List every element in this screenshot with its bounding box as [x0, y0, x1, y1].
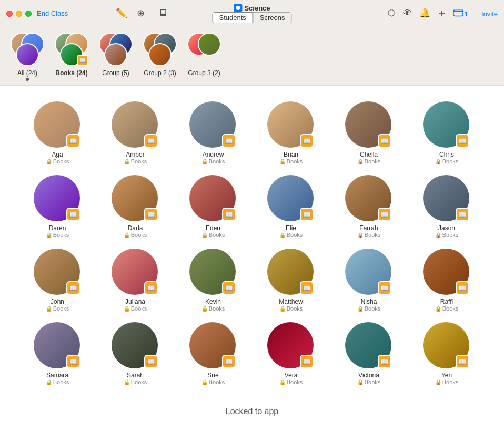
lock-icon: 🔒	[435, 159, 441, 164]
compass-icon[interactable]: ⊕	[137, 7, 147, 18]
lock-icon: 🔒	[46, 379, 52, 385]
student-app-name: Books	[131, 305, 147, 312]
lock-icon: 🔒	[46, 232, 52, 238]
student-app: 🔒 Books	[279, 158, 303, 164]
student-item-andrew[interactable]: 📖 Andrew 🔒 Books	[177, 101, 249, 164]
close-button[interactable]	[6, 11, 13, 17]
end-class-button[interactable]: End Class	[37, 9, 68, 17]
tab-screens[interactable]: Screens	[253, 12, 292, 23]
student-item-victoria[interactable]: 📖 Victoria 🔒 Books	[332, 322, 405, 385]
student-name: Jason	[438, 224, 455, 232]
student-avatar-wrap: 📖	[34, 322, 81, 369]
student-item-yen[interactable]: 📖 Yen 🔒 Books	[410, 322, 483, 385]
lock-icon: 🔒	[201, 159, 208, 164]
badge-button[interactable]: 1	[453, 9, 468, 17]
group-all-avatars	[11, 33, 44, 66]
badge-count: 1	[465, 9, 468, 17]
student-item-juliana[interactable]: 📖 Juliana 🔒 Books	[99, 249, 172, 312]
lock-icon: 🔒	[279, 379, 286, 385]
student-item-eden[interactable]: 📖 Eden 🔒 Books	[177, 175, 249, 238]
student-avatar-wrap: 📖	[112, 249, 159, 296]
student-app-name: Books	[53, 305, 69, 312]
lock-icon: 🔒	[435, 379, 441, 385]
share-icon[interactable]: ⬡	[388, 7, 396, 18]
student-item-matthew[interactable]: 📖 Matthew 🔒 Books	[255, 249, 327, 312]
student-app-name: Books	[442, 158, 459, 164]
books-badge-icon: 📖	[380, 211, 389, 219]
student-avatar-wrap: 📖	[34, 101, 81, 149]
student-item-chella[interactable]: 📖 Chella 🔒 Books	[332, 101, 405, 164]
student-item-darla[interactable]: 📖 Darla 🔒 Books	[99, 175, 172, 238]
student-item-samara[interactable]: 📖 Samara 🔒 Books	[21, 322, 94, 385]
minimize-button[interactable]	[16, 11, 22, 17]
student-name: Eden	[206, 224, 220, 232]
student-app: 🔒 Books	[435, 379, 459, 385]
monitor-icon[interactable]: 🖥	[158, 7, 168, 18]
student-books-badge: 📖	[66, 355, 80, 368]
student-avatar-wrap: 📖	[267, 101, 315, 149]
student-app-name: Books	[53, 232, 69, 238]
student-books-badge: 📖	[144, 355, 158, 368]
student-avatar-wrap: 📖	[423, 322, 470, 369]
group-3-2[interactable]: Group 3 (2)	[187, 33, 221, 77]
lock-icon: 🔒	[435, 306, 441, 312]
student-item-brian[interactable]: 📖 Brian 🔒 Books	[255, 101, 327, 164]
student-app: 🔒 Books	[357, 232, 381, 238]
books-badge-icon: 📖	[458, 211, 467, 219]
student-item-amber[interactable]: 📖 Amber 🔒 Books	[99, 101, 172, 164]
group-all[interactable]: All (24)	[11, 33, 44, 81]
lock-icon: 🔒	[46, 306, 52, 312]
pencil-ruler-icon[interactable]: ✏️	[116, 7, 126, 18]
group-3-2-label: Group 3 (2)	[188, 69, 220, 77]
student-item-farrah[interactable]: 📖 Farrah 🔒 Books	[332, 175, 405, 238]
student-item-aga[interactable]: 📖 Aga 🔒 Books	[21, 101, 94, 164]
student-name: Aga	[52, 151, 63, 158]
student-name: Vera	[285, 372, 298, 379]
student-books-badge: 📖	[300, 355, 314, 368]
group-books[interactable]: 📖 Books (24)	[55, 33, 88, 77]
student-item-nisha[interactable]: 📖 Nisha 🔒 Books	[332, 249, 405, 312]
svg-rect-1	[453, 10, 463, 16]
student-name: Juliana	[125, 298, 145, 305]
books-badge-icon: 📖	[380, 358, 389, 366]
eye-icon[interactable]: 👁	[403, 8, 412, 18]
books-badge-icon: 📖	[147, 137, 155, 145]
student-item-daren[interactable]: 📖 Daren 🔒 Books	[21, 175, 94, 238]
student-name: Elie	[286, 224, 296, 232]
student-item-sue[interactable]: 📖 Sue 🔒 Books	[177, 322, 249, 385]
student-app-name: Books	[131, 379, 147, 385]
invite-button[interactable]: Invite	[481, 9, 498, 17]
student-item-raffi[interactable]: 📖 Raffi 🔒 Books	[410, 249, 483, 312]
lock-icon: 🔒	[124, 379, 130, 385]
fullscreen-button[interactable]	[25, 11, 32, 17]
student-app-name: Books	[209, 232, 225, 238]
student-books-badge: 📖	[300, 134, 314, 148]
student-item-vera[interactable]: 📖 Vera 🔒 Books	[255, 322, 327, 385]
group-5[interactable]: Group (5)	[99, 33, 133, 77]
student-avatar-wrap: 📖	[34, 249, 81, 296]
group-2-3-avatars	[143, 33, 177, 66]
student-name: Chella	[360, 151, 378, 158]
student-item-jason[interactable]: 📖 Jason 🔒 Books	[410, 175, 483, 238]
student-app: 🔒 Books	[201, 158, 225, 164]
student-name: Andrew	[203, 151, 224, 158]
student-item-chris[interactable]: 📖 Chris 🔒 Books	[410, 101, 483, 164]
lock-icon: 🔒	[279, 306, 286, 312]
student-avatar-wrap: 📖	[423, 175, 470, 222]
student-item-john[interactable]: 📖 John 🔒 Books	[21, 249, 94, 312]
books-badge-icon: 📖	[458, 284, 467, 292]
lock-icon: 🔒	[357, 232, 364, 238]
tabs-row: Students Screens	[212, 12, 291, 23]
tab-students[interactable]: Students	[212, 12, 253, 23]
books-badge-icon: 📖	[303, 137, 311, 145]
student-app: 🔒 Books	[46, 379, 69, 385]
traffic-lights	[6, 11, 32, 17]
student-item-kevin[interactable]: 📖 Kevin 🔒 Books	[177, 249, 249, 312]
student-avatar-wrap: 📖	[267, 322, 315, 369]
add-button[interactable]: +	[438, 7, 445, 20]
student-item-sarah[interactable]: 📖 Sarah 🔒 Books	[99, 322, 172, 385]
bell-icon[interactable]: 🔔	[419, 7, 430, 18]
student-item-elie[interactable]: 📖 Elie 🔒 Books	[255, 175, 327, 238]
group-2-3[interactable]: Group 2 (3)	[143, 33, 177, 77]
student-books-badge: 📖	[144, 281, 158, 295]
